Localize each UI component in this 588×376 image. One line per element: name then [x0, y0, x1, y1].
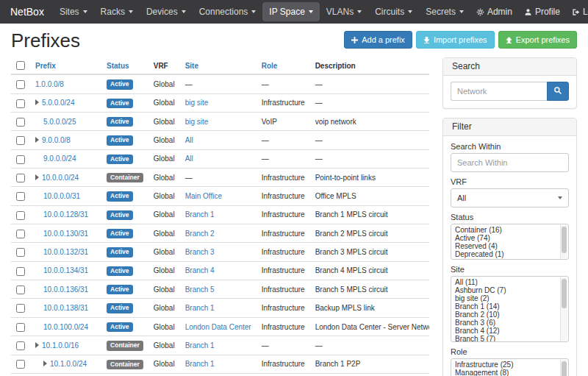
column-header-role[interactable]: Role: [257, 57, 310, 74]
status-listbox[interactable]: Container (16)Active (74)Reserved (4)Dep…: [451, 224, 569, 260]
role-listbox[interactable]: Infrastructure (25)Management (8)Private…: [451, 358, 569, 376]
row-checkbox[interactable]: [16, 360, 25, 369]
site-link[interactable]: Main Office: [185, 192, 222, 200]
nav-logout[interactable]: Log out: [566, 2, 588, 21]
prefix-link[interactable]: 10.0.0.0/31: [43, 192, 80, 200]
site-listbox[interactable]: All (11)Ashburn DC (7)big site (2)Branch…: [451, 276, 569, 342]
add-a-prefix-button[interactable]: Add a prefix: [344, 31, 412, 49]
site-link[interactable]: big site: [185, 118, 209, 126]
nav-item-secrets[interactable]: Secrets: [419, 2, 470, 21]
listbox-option[interactable]: Branch 2 (10): [453, 311, 558, 319]
site-link[interactable]: All: [185, 155, 193, 163]
site-link[interactable]: Branch 1: [185, 341, 215, 350]
site-link[interactable]: All: [185, 136, 193, 144]
listbox-option[interactable]: Container (16): [453, 226, 558, 234]
listbox-option[interactable]: Branch 5 (7): [453, 335, 558, 342]
nav-item-connections[interactable]: Connections: [193, 2, 263, 21]
row-checkbox[interactable]: [16, 304, 25, 313]
listbox-option[interactable]: Branch 4 (12): [453, 327, 558, 335]
row-checkbox[interactable]: [16, 80, 25, 89]
site-link[interactable]: Branch 3: [185, 248, 215, 256]
listbox-option[interactable]: Management (8): [453, 369, 558, 376]
prefix-link[interactable]: 10.0.0.136/31: [43, 285, 88, 294]
site-link[interactable]: Branch 1: [185, 304, 215, 312]
vrf-select[interactable]: All: [451, 188, 569, 207]
search-button[interactable]: [547, 82, 569, 101]
prefix-link[interactable]: 10.0.0.134/31: [43, 266, 88, 274]
row-checkbox[interactable]: [16, 99, 25, 108]
listbox-option[interactable]: Infrastructure (25): [453, 361, 558, 369]
expand-toggle-icon[interactable]: [35, 99, 39, 105]
site-link[interactable]: Branch 1: [185, 210, 215, 219]
column-header-prefix[interactable]: Prefix: [30, 57, 101, 74]
listbox-option[interactable]: Branch 1 (14): [453, 302, 558, 311]
role-cell: —: [257, 74, 310, 93]
nav-admin[interactable]: Admin: [470, 2, 518, 21]
row-checkbox[interactable]: [16, 174, 25, 182]
search-input[interactable]: [451, 82, 547, 101]
prefix-cell: 10.0.0.136/31: [30, 280, 101, 299]
site-link[interactable]: big site: [185, 99, 209, 107]
prefix-link[interactable]: 10.0.0.138/31: [43, 304, 88, 312]
select-all-checkbox[interactable]: [16, 61, 25, 70]
prefix-link[interactable]: 10.0.0.0/24: [42, 174, 79, 182]
column-header-status[interactable]: Status: [101, 57, 148, 74]
scrollbar-thumb[interactable]: [562, 279, 567, 308]
nav-item-circuits[interactable]: Circuits: [368, 2, 419, 21]
prefix-link[interactable]: 10.1.0.0/16: [42, 341, 79, 350]
row-checkbox[interactable]: [16, 136, 25, 145]
description-cell: —: [310, 336, 429, 355]
listbox-option[interactable]: Ashburn DC (7): [453, 286, 558, 294]
listbox-option[interactable]: Branch 3 (6): [453, 319, 558, 327]
nav-item-racks[interactable]: Racks: [94, 2, 140, 21]
row-checkbox[interactable]: [16, 248, 25, 257]
prefix-link[interactable]: 10.0.0.128/31: [43, 210, 88, 219]
prefix-link[interactable]: 5.0.0.0/24: [42, 99, 74, 107]
prefix-link[interactable]: 10.0.100.0/24: [43, 323, 88, 331]
nav-item-sites[interactable]: Sites: [53, 2, 94, 21]
site-link[interactable]: London Data Center: [185, 323, 251, 331]
site-link[interactable]: Branch 5: [185, 285, 215, 294]
row-checkbox[interactable]: [16, 285, 25, 294]
site-link[interactable]: Branch 1: [185, 360, 215, 368]
expand-toggle-icon[interactable]: [35, 174, 39, 180]
expand-toggle-icon[interactable]: [35, 342, 39, 348]
row-checkbox[interactable]: [16, 341, 25, 350]
row-checkbox[interactable]: [16, 267, 25, 276]
nav-item-vlans[interactable]: VLANs: [320, 2, 368, 21]
export-prefixes-button[interactable]: Export prefixes: [498, 31, 577, 49]
listbox-option[interactable]: All (11): [453, 278, 558, 286]
app-brand[interactable]: NetBox: [6, 6, 53, 18]
prefix-link[interactable]: 10.0.0.132/31: [43, 248, 88, 256]
nav-item-devices[interactable]: Devices: [140, 2, 193, 21]
row-checkbox[interactable]: [16, 155, 25, 164]
expand-toggle-icon[interactable]: [35, 137, 39, 143]
row-checkbox[interactable]: [16, 118, 25, 127]
scrollbar-thumb[interactable]: [562, 227, 567, 253]
site-link[interactable]: Branch 2: [185, 230, 215, 238]
site-link[interactable]: Branch 4: [185, 266, 215, 274]
prefix-link[interactable]: 10.0.0.130/31: [43, 230, 88, 238]
row-checkbox[interactable]: [16, 230, 25, 238]
listbox-option[interactable]: Reserved (4): [453, 242, 558, 250]
nav-item-ip-space[interactable]: IP Space: [262, 2, 319, 21]
nav-profile[interactable]: Profile: [518, 2, 566, 21]
import-prefixes-button[interactable]: Import prefixes: [416, 31, 495, 49]
prefix-link[interactable]: 9.0.0.0/8: [42, 136, 71, 144]
row-checkbox[interactable]: [16, 192, 25, 201]
column-header-site[interactable]: Site: [180, 57, 257, 74]
scrollbar-thumb[interactable]: [562, 361, 567, 376]
prefix-link[interactable]: 5.0.0.0/25: [43, 118, 76, 126]
prefix-link[interactable]: 1.0.0.0/8: [35, 80, 64, 88]
listbox-option[interactable]: Deprecated (1): [453, 250, 558, 258]
search-within-input[interactable]: [451, 153, 569, 172]
row-checkbox[interactable]: [16, 323, 25, 332]
prefix-link[interactable]: 10.1.0.0/24: [50, 360, 87, 368]
row-checkbox[interactable]: [16, 211, 25, 220]
prefix-link[interactable]: 9.0.0.0/24: [43, 155, 76, 163]
chevron-down-icon: [408, 10, 412, 13]
role-cell: Infrastructure: [257, 169, 310, 187]
listbox-option[interactable]: big site (2): [453, 294, 558, 302]
listbox-option[interactable]: Active (74): [453, 234, 558, 242]
expand-toggle-icon[interactable]: [43, 361, 47, 366]
